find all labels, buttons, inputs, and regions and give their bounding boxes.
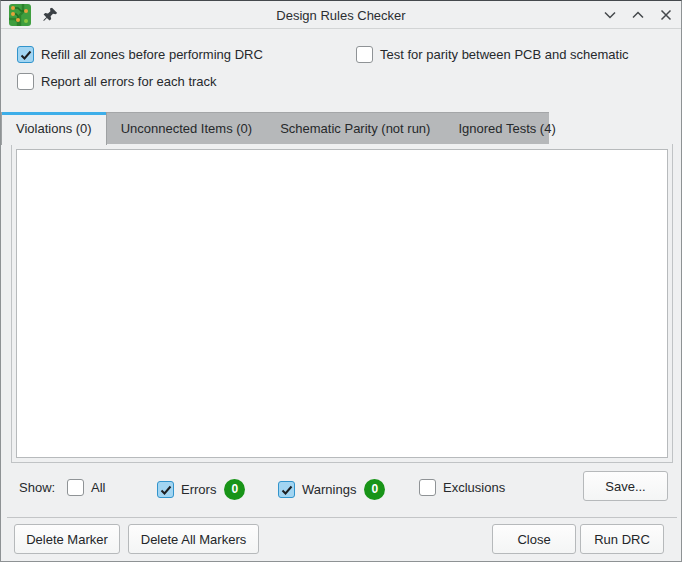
tab-schematic-parity[interactable]: Schematic Parity (not run) — [266, 113, 444, 144]
filter-exclusions[interactable]: Exclusions — [419, 479, 505, 496]
report-track-errors-checkbox[interactable] — [17, 73, 34, 90]
filter-all-label: All — [91, 480, 105, 495]
refill-zones-option[interactable]: Refill all zones before performing DRC — [17, 46, 263, 63]
filter-exclusions-label: Exclusions — [443, 480, 505, 495]
run-drc-button[interactable]: Run DRC — [580, 524, 664, 554]
filter-warnings-label: Warnings — [302, 482, 356, 497]
tab-unconnected-items-label: Unconnected Items (0) — [121, 121, 253, 136]
test-parity-checkbox[interactable] — [356, 46, 373, 63]
filter-all-checkbox[interactable] — [67, 479, 84, 496]
tab-ignored-tests-label: Ignored Tests (4) — [458, 121, 555, 136]
violations-list[interactable] — [16, 149, 668, 458]
filter-all[interactable]: All — [67, 479, 105, 496]
titlebar: Design Rules Checker — [1, 1, 681, 29]
tab-unconnected-items[interactable]: Unconnected Items (0) — [107, 113, 267, 144]
errors-count-badge: 0 — [224, 479, 245, 500]
tab-schematic-parity-label: Schematic Parity (not run) — [280, 121, 430, 136]
report-track-errors-label: Report all errors for each track — [41, 74, 217, 89]
test-parity-label: Test for parity between PCB and schemati… — [380, 47, 629, 62]
drc-dialog: Design Rules Checker Refill all zones be… — [0, 0, 682, 562]
tab-violations-label: Violations (0) — [16, 121, 92, 136]
window-title: Design Rules Checker — [276, 1, 405, 29]
refill-zones-label: Refill all zones before performing DRC — [41, 47, 263, 62]
filter-warnings-checkbox[interactable] — [278, 481, 295, 498]
filter-errors[interactable]: Errors 0 — [157, 479, 245, 500]
filter-exclusions-checkbox[interactable] — [419, 479, 436, 496]
filter-warnings[interactable]: Warnings 0 — [278, 479, 385, 500]
refill-zones-checkbox[interactable] — [17, 46, 34, 63]
warnings-count-badge: 0 — [364, 479, 385, 500]
tab-violations[interactable]: Violations (0) — [1, 112, 107, 145]
pin-icon[interactable] — [43, 7, 58, 22]
close-button[interactable]: Close — [492, 524, 576, 554]
chevron-up-icon[interactable] — [631, 8, 645, 22]
tab-ignored-tests[interactable]: Ignored Tests (4) — [444, 113, 569, 144]
pcb-board-icon — [9, 4, 31, 26]
filter-errors-label: Errors — [181, 482, 216, 497]
filter-errors-checkbox[interactable] — [157, 481, 174, 498]
tabbar: Violations (0) Unconnected Items (0) Sch… — [1, 112, 549, 144]
test-parity-option[interactable]: Test for parity between PCB and schemati… — [356, 46, 629, 63]
delete-marker-button[interactable]: Delete Marker — [14, 524, 120, 554]
divider — [7, 517, 677, 518]
delete-all-markers-button[interactable]: Delete All Markers — [128, 524, 259, 554]
chevron-down-icon[interactable] — [603, 8, 617, 22]
save-button[interactable]: Save... — [583, 471, 668, 501]
close-icon[interactable] — [659, 8, 673, 22]
report-track-errors-option[interactable]: Report all errors for each track — [17, 73, 217, 90]
show-label: Show: — [19, 472, 55, 502]
